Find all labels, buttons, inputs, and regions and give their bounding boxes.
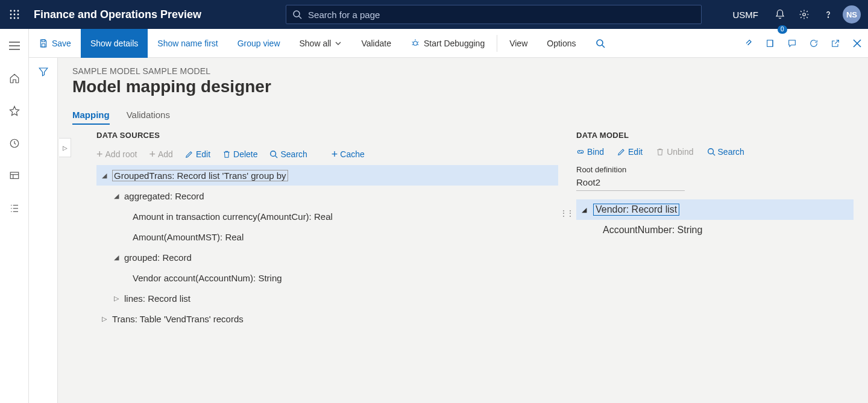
recent-icon[interactable] bbox=[5, 134, 24, 153]
options-label: Options bbox=[547, 39, 576, 48]
gear-icon[interactable] bbox=[792, 0, 816, 29]
tab-mapping[interactable]: Mapping bbox=[72, 110, 110, 125]
star-icon[interactable] bbox=[5, 101, 24, 120]
start-debugging-label: Start Debugging bbox=[424, 39, 485, 48]
app-title: Finance and Operations Preview bbox=[34, 8, 201, 21]
avatar[interactable]: NS bbox=[843, 5, 861, 23]
tree-node[interactable]: ◢ aggregated: Record bbox=[96, 186, 558, 206]
attach-icon[interactable] bbox=[738, 29, 760, 58]
popout-icon[interactable] bbox=[825, 29, 846, 58]
collapse-icon[interactable]: ◢ bbox=[111, 254, 122, 261]
page-title: Model mapping designer bbox=[72, 77, 854, 96]
svg-line-35 bbox=[602, 45, 605, 48]
svg-point-2 bbox=[17, 10, 19, 12]
data-model-panel: DATA MODEL Bind Edit Unbind Search Root … bbox=[570, 131, 854, 396]
tab-validations[interactable]: Validations bbox=[127, 110, 170, 125]
tree-node[interactable]: ▷ Trans: Table 'VendTrans' records bbox=[96, 308, 558, 329]
collapse-handle[interactable]: ▷ bbox=[59, 138, 71, 157]
data-sources-panel: ▷ DATA SOURCES +Add root +Add Edit Delet… bbox=[72, 131, 570, 396]
office-icon[interactable] bbox=[760, 29, 781, 58]
splitter-handle[interactable]: ⋮⋮ bbox=[559, 208, 573, 218]
trash-icon bbox=[222, 150, 231, 158]
link-icon bbox=[576, 148, 585, 156]
refresh-icon[interactable] bbox=[803, 29, 825, 58]
home-icon[interactable] bbox=[5, 69, 24, 88]
node-label: lines: Record list bbox=[124, 293, 190, 304]
close-icon[interactable] bbox=[846, 29, 868, 58]
collapse-icon[interactable]: ◢ bbox=[99, 172, 110, 180]
svg-point-0 bbox=[10, 10, 12, 12]
node-label: grouped: Record bbox=[124, 252, 192, 263]
svg-point-11 bbox=[803, 13, 806, 16]
app-launcher-icon[interactable] bbox=[0, 0, 29, 29]
validate-label: Validate bbox=[361, 39, 391, 48]
hamburger-icon[interactable] bbox=[5, 36, 24, 55]
tree-node[interactable]: Amount in transaction currency(AmountCur… bbox=[96, 206, 558, 226]
add-button[interactable]: +Add bbox=[149, 149, 172, 159]
tree-node[interactable]: ◢ Vendor: Record list bbox=[576, 199, 854, 220]
svg-point-34 bbox=[597, 40, 603, 46]
company-label[interactable]: USMF bbox=[733, 10, 759, 20]
expand-icon[interactable]: ▷ bbox=[99, 315, 110, 323]
bell-icon[interactable] bbox=[768, 0, 792, 29]
pencil-icon bbox=[185, 150, 193, 158]
svg-point-5 bbox=[17, 14, 19, 16]
group-view-button[interactable]: Group view bbox=[228, 29, 290, 58]
tree-node[interactable]: ◢ grouped: Record bbox=[96, 247, 558, 267]
dm-edit-button[interactable]: Edit bbox=[617, 147, 643, 157]
svg-point-6 bbox=[10, 17, 12, 19]
collapse-icon[interactable]: ◢ bbox=[111, 192, 122, 200]
save-icon bbox=[39, 39, 48, 48]
search-button[interactable] bbox=[586, 29, 615, 58]
svg-rect-36 bbox=[767, 40, 773, 46]
tree-node[interactable]: ◢ GroupedTrans: Record list 'Trans' grou… bbox=[96, 165, 558, 186]
expand-icon[interactable]: ▷ bbox=[111, 295, 122, 302]
tree-node[interactable]: ▷ lines: Record list bbox=[96, 288, 558, 308]
edit-button[interactable]: Edit bbox=[185, 149, 210, 159]
delete-button[interactable]: Delete bbox=[222, 149, 257, 159]
workspace-icon[interactable] bbox=[5, 166, 24, 186]
data-sources-header: DATA SOURCES bbox=[96, 131, 558, 140]
search-placeholder: Search for a page bbox=[308, 10, 380, 20]
collapse-icon[interactable]: ◢ bbox=[579, 206, 590, 214]
svg-line-41 bbox=[275, 156, 278, 158]
message-icon[interactable]: 0 bbox=[781, 29, 803, 58]
modules-icon[interactable] bbox=[5, 199, 24, 218]
svg-point-28 bbox=[414, 41, 418, 45]
show-all-dropdown[interactable]: Show all bbox=[290, 29, 352, 58]
bind-button[interactable]: Bind bbox=[576, 147, 604, 157]
root-definition-value[interactable]: Root2 bbox=[576, 175, 685, 191]
dm-search-button[interactable]: Search bbox=[707, 147, 744, 157]
add-root-button[interactable]: +Add root bbox=[96, 149, 137, 159]
breadcrumb: SAMPLE MODEL SAMPLE MODEL bbox=[72, 66, 854, 76]
svg-point-12 bbox=[828, 17, 828, 17]
filter-pane-toggle[interactable] bbox=[29, 58, 58, 403]
unbind-button[interactable]: Unbind bbox=[656, 147, 693, 157]
svg-line-31 bbox=[417, 42, 418, 42]
tree-node[interactable]: AccountNumber: String bbox=[576, 220, 854, 240]
group-view-label: Group view bbox=[237, 39, 280, 48]
svg-point-3 bbox=[10, 14, 12, 16]
svg-rect-17 bbox=[10, 172, 19, 179]
left-rail bbox=[0, 29, 29, 403]
svg-point-4 bbox=[14, 14, 16, 16]
ds-search-button[interactable]: Search bbox=[269, 149, 307, 159]
search-icon bbox=[292, 10, 302, 19]
tree-node[interactable]: Vendor account(AccountNum): String bbox=[96, 267, 558, 288]
help-icon[interactable] bbox=[816, 0, 840, 29]
save-button[interactable]: Save bbox=[29, 29, 81, 58]
start-debugging-button[interactable]: Start Debugging bbox=[401, 29, 494, 58]
node-label: AccountNumber: String bbox=[603, 225, 702, 236]
show-details-button[interactable]: Show details bbox=[81, 29, 148, 58]
cache-button[interactable]: +Cache bbox=[332, 149, 365, 159]
options-menu[interactable]: Options bbox=[537, 29, 585, 58]
search-input[interactable]: Search for a page bbox=[286, 5, 702, 24]
show-name-first-button[interactable]: Show name first bbox=[148, 29, 227, 58]
svg-point-8 bbox=[17, 17, 19, 19]
tree-node[interactable]: Amount(AmountMST): Real bbox=[96, 226, 558, 247]
validate-button[interactable]: Validate bbox=[351, 29, 401, 58]
view-menu[interactable]: View bbox=[500, 29, 537, 58]
filter-icon bbox=[38, 66, 49, 77]
node-label: Vendor: Record list bbox=[593, 204, 679, 216]
message-badge: 0 bbox=[778, 25, 787, 34]
